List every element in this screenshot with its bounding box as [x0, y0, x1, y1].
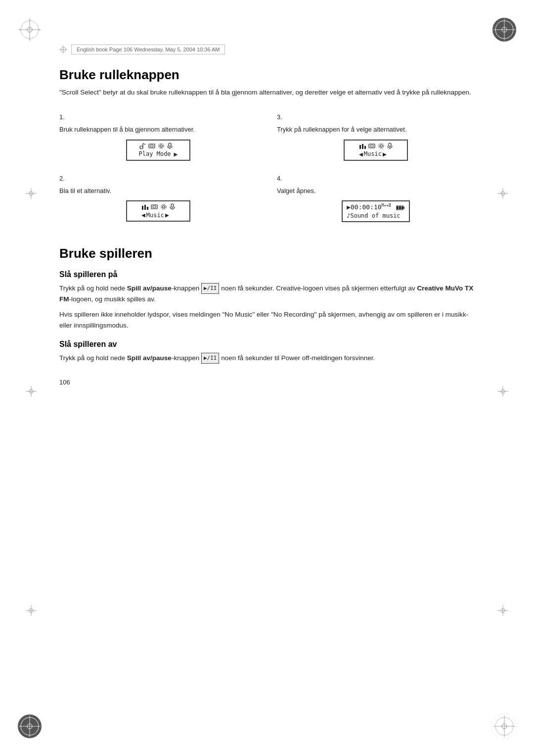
crosshair-left-bot: [26, 605, 37, 617]
icon-camera3: [151, 204, 158, 210]
svg-point-59: [379, 143, 384, 148]
step4-superscript: M++B: [382, 203, 391, 208]
svg-point-67: [163, 206, 165, 208]
svg-point-49: [160, 144, 162, 147]
step4-time-row: ▶00:00:10M++B: [347, 203, 405, 211]
subsection1-para1: Trykk på og hold nede Spill av/pause-kna…: [59, 283, 475, 305]
step3-screen-icons: [359, 142, 393, 149]
step4-song-label: ♪Sound of music: [347, 212, 400, 219]
svg-rect-57: [370, 145, 373, 147]
corner-decoration-tl: [15, 15, 44, 45]
svg-rect-48: [150, 145, 153, 147]
step1-screen-icons: [139, 142, 173, 149]
step3-arrow-right: ▶: [383, 150, 387, 158]
play-pause-icon-1: ▶/II: [201, 283, 220, 294]
icon-battery: [396, 205, 405, 210]
svg-rect-47: [149, 144, 155, 148]
bold-play-pause-2: Spill av/pause: [127, 354, 172, 362]
corner-decoration-bl: [15, 711, 44, 741]
subsection2-para1: Trykk på og hold nede Spill av/pause-kna…: [59, 353, 475, 364]
icon-gear: [158, 142, 165, 149]
step3-screen-wrapper: ◀ Music ▶: [277, 140, 475, 161]
step2-screen-wrapper: ◀ Music ▶: [59, 200, 257, 222]
step4-screen-wrapper: ▶00:00:10M++B ♪Sound of music: [277, 200, 475, 222]
section1-title: Bruke rulleknappen: [59, 67, 475, 83]
svg-rect-53: [359, 145, 361, 149]
svg-rect-66: [153, 206, 156, 208]
main-content: English book Page 106 Wednesday, May 5, …: [59, 0, 475, 386]
svg-point-68: [161, 204, 166, 209]
section1-intro: "Scroll Select" betyr at du skal bruke r…: [59, 88, 475, 97]
crosshair-left-mid: [26, 386, 37, 398]
icon-mic: [167, 142, 173, 149]
subsection1-para2: Hvis spilleren ikke inneholder lydspor, …: [59, 309, 475, 331]
file-info-bar: English book Page 106 Wednesday, May 5, …: [59, 45, 475, 54]
svg-rect-55: [364, 146, 366, 149]
step4-number: 4.: [277, 175, 475, 182]
step2-number: 2.: [59, 175, 257, 182]
step-4: 4. Valget åpnes. ▶00:00:10M++B: [267, 170, 475, 231]
step4-text: Valget åpnes.: [277, 186, 475, 196]
svg-rect-69: [171, 204, 174, 207]
step4-screen: ▶00:00:10M++B ♪Sound of music: [342, 200, 410, 222]
page-number: 106: [59, 378, 475, 386]
step-2: 2. Bla til et alternativ.: [59, 170, 267, 231]
steps-grid: 1. Bruk rulleknappen til å bla gjennom a…: [59, 108, 475, 231]
icon-gear2: [378, 142, 385, 149]
step-3: 3. Trykk på rulleknappen for å velge alt…: [267, 108, 475, 170]
step2-screen: ◀ Music ▶: [126, 200, 190, 222]
icon-note: [139, 142, 146, 149]
section2-title: Bruke spilleren: [59, 246, 475, 261]
svg-point-44: [140, 146, 143, 149]
step1-screen: Play Mode ▶: [126, 140, 190, 161]
svg-rect-54: [362, 144, 363, 149]
crosshair-right-top: [497, 188, 508, 200]
corner-decoration-tr: [490, 15, 519, 45]
icon-gear3: [160, 203, 167, 210]
step2-text: Bla til et alternativ.: [59, 186, 257, 196]
crosshair-right-mid: [497, 386, 508, 398]
svg-rect-75: [401, 206, 403, 209]
icon-eq2: [141, 204, 148, 210]
svg-rect-63: [144, 205, 146, 210]
step2-arrow-right: ▶: [165, 211, 169, 219]
step2-arrow-left: ◀: [141, 211, 145, 219]
step2-screen-icons: [141, 203, 175, 210]
svg-rect-72: [403, 207, 404, 209]
bold-play-pause-1: Spill av/pause: [127, 284, 172, 292]
svg-rect-51: [169, 143, 171, 146]
step2-label: Music: [146, 212, 164, 219]
step1-text: Bruk rulleknappen til å bla gjennom alte…: [59, 125, 257, 135]
bold-muvo-1: Creative MuVo TX FM: [59, 284, 473, 303]
icon-camera2: [368, 143, 375, 149]
step4-play-arrow: ▶: [347, 204, 351, 211]
subsection1-title: Slå spilleren på: [59, 270, 475, 279]
svg-point-58: [380, 144, 383, 147]
file-bar-icon: [59, 46, 67, 53]
step1-screen-wrapper: Play Mode ▶: [59, 140, 257, 161]
svg-rect-74: [399, 206, 401, 209]
step3-screen: ◀ Music ▶: [344, 140, 408, 161]
step3-number: 3.: [277, 113, 475, 121]
icon-mic3: [170, 203, 175, 210]
svg-point-50: [159, 143, 164, 148]
icon-camera: [148, 143, 155, 149]
crosshair-right-bot: [497, 605, 508, 617]
corner-decoration-br: [490, 711, 519, 741]
subsection2-title: Slå spilleren av: [59, 340, 475, 349]
svg-line-46: [143, 143, 145, 144]
step3-text: Trykk på rulleknappen for å velge altern…: [277, 125, 475, 135]
svg-rect-62: [142, 206, 143, 210]
step1-number: 1.: [59, 113, 257, 121]
play-pause-icon-2: ▶/II: [201, 353, 220, 364]
svg-rect-64: [147, 207, 148, 210]
svg-rect-65: [151, 205, 157, 209]
step3-arrow-left: ◀: [359, 150, 363, 158]
svg-rect-60: [389, 143, 391, 146]
svg-rect-73: [397, 206, 399, 209]
icon-mic2: [387, 142, 393, 149]
crosshair-left-top: [26, 188, 37, 200]
file-info-text: English book Page 106 Wednesday, May 5, …: [71, 45, 225, 54]
step1-arrow-right: ▶: [174, 150, 178, 158]
step3-label: Music: [364, 150, 382, 157]
